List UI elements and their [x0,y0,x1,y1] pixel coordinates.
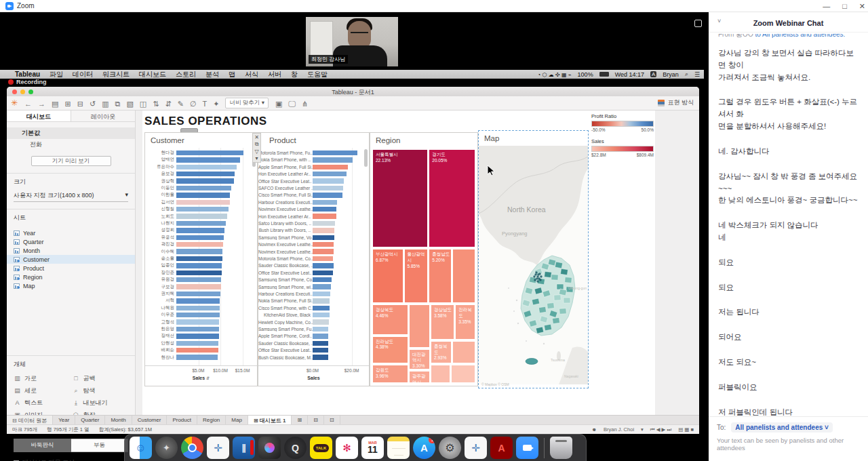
toolbar-icon-mid-2[interactable]: ⇵ [165,100,171,108]
toolbar-icon-left-7[interactable]: ⧉ [115,100,121,108]
bar-row[interactable]: Novimex Executive Leathe.. [258,248,369,256]
tab-map[interactable]: Map [226,416,248,424]
tab-quarter[interactable]: Quarter [75,416,105,424]
toolbar-icon-left-5[interactable]: ↺ [90,100,96,108]
tableau-logo-icon[interactable]: ✳ [11,98,18,108]
sidebar-sheet-region[interactable]: Region [7,273,135,281]
device-phone-row[interactable]: 전화 [7,139,135,151]
tab-customer[interactable]: Customer [132,416,167,424]
object-내보내기[interactable]: ⤓내보내기 [73,397,129,409]
sheet-control-icon-1[interactable]: ⧉ [255,141,259,148]
toolbar-icon-mid-3[interactable]: ✎ [178,100,184,108]
bar[interactable] [313,214,336,219]
bar[interactable] [313,207,336,212]
dock-system-preferences[interactable]: ⚙ [439,437,461,459]
new-sheet-icon-1[interactable]: ⊟ [308,416,324,424]
toolbar-icon-left-3[interactable]: ⊞ [64,100,71,108]
treemap-cell-울산광역시[interactable]: 울산광역시5.85% [404,249,429,303]
treemap-cell[interactable] [451,365,475,383]
bar[interactable] [313,200,337,205]
bar[interactable] [176,178,234,184]
bar[interactable] [313,284,331,289]
treemap-cell-광주광역시[interactable]: 광주광역시3.10% [409,371,430,383]
bar-row[interactable]: 현찬나 [145,354,257,361]
menu-status-icon-3[interactable]: ✣ [555,72,561,78]
bar-row[interactable]: Novimex Executive Leathe.. [258,205,369,213]
bar-row[interactable]: Motorola Smart Phone, Co.. [258,255,369,262]
bar-row[interactable]: Apple Smart Phone, Full Si.. [258,163,369,171]
dock-tableau[interactable]: ✛ [207,437,229,459]
bar[interactable] [176,348,218,353]
bar-row[interactable]: Bush Classic Bookcase, M.. [258,354,369,361]
bar[interactable] [176,319,219,325]
menu-status-icon-2[interactable]: ☁ [549,72,555,78]
tab-month[interactable]: Month [105,416,132,424]
bar-row[interactable]: Bush Library with Doors, .. [258,226,369,234]
bar[interactable] [313,256,333,262]
toolbar-icon-left-8[interactable]: ▧ [126,100,133,108]
show-dashboard-title-checkbox[interactable]: 대시보드 제목 표시 [14,458,128,461]
treemap-cell-부산광역시[interactable]: 부산광역시6.87% [372,249,403,303]
bar-row[interactable]: 신형철 [145,205,257,213]
bar-row[interactable]: 한은영 [145,325,257,333]
dock-quicktime[interactable]: Q [284,437,307,459]
new-sheet-icon-0[interactable]: ⊞ [292,416,308,424]
product-sheet[interactable]: Product Motorola Smart Phone, Fu..Nokia … [258,132,370,386]
toolbar-icon-mid-5[interactable]: T [202,100,207,108]
dock-zoom-app[interactable] [516,437,538,459]
bar-row[interactable]: 양재연 [145,156,257,163]
minimize-button[interactable]: — [823,2,830,10]
tab-data-source[interactable]: ⊟ 데이터 원본 [7,416,53,424]
bar[interactable] [313,151,357,156]
fit-dropdown[interactable]: 너비 맞추기 ▾ [225,98,269,108]
dock-notes[interactable] [387,437,410,459]
bar-row[interactable]: Nokia Smart Phone, with .. [258,156,369,163]
bar-row[interactable]: Cisco Smart Phone, Full Si.. [258,191,369,199]
region-sheet[interactable]: Region 서울특별시22.13%경기도20.05%부산광역시6.87%울산광… [370,132,478,386]
spotlight-icon[interactable]: ⌕ [685,71,688,78]
menu-status-icon-0[interactable]: ◔ [538,72,542,78]
menu-item-7[interactable]: 맵 [229,71,235,78]
bar[interactable] [313,172,347,177]
toolbar-icon-right-0[interactable]: ▣ [275,100,282,108]
size-dropdown[interactable]: 사용자 지정 크기(1400 x 800)▾ [14,190,128,202]
toolbar-icon-left-6[interactable]: ▥ [102,100,108,108]
bar[interactable] [176,341,218,346]
bar[interactable] [313,165,348,170]
dock-trash[interactable] [550,437,572,459]
bar-row[interactable]: 곽진경 [145,241,257,248]
tab-dashboard-1[interactable]: ⊞ 대시보드 1 [248,416,292,424]
bar[interactable] [313,228,334,233]
bar[interactable] [313,270,333,276]
bar[interactable] [176,355,218,360]
status-user[interactable]: Bryan J. Choi [604,426,634,433]
bar[interactable] [313,341,328,346]
bar[interactable] [313,157,353,163]
bar[interactable] [313,327,328,332]
menu-clock[interactable]: Wed 14:17 [615,71,644,78]
bar[interactable] [176,186,231,191]
chat-message-list[interactable]: From 황OO to All panelists and attendees:… [718,34,861,420]
menu-item-5[interactable]: 스토리 [176,71,196,78]
object-공백[interactable]: □공백 [73,372,129,384]
sheet-control-icon-3[interactable]: ▾ [255,155,258,161]
bar[interactable] [313,221,335,226]
bar-row[interactable]: Apple Smart Phone, Cordl.. [258,332,369,340]
tab-dashboard[interactable]: 대시보드 [7,111,71,121]
treemap-cell-서울특별시[interactable]: 서울특별시22.13% [372,149,428,247]
input-source-badge[interactable]: A [650,71,656,77]
menu-item-1[interactable]: 파일 [50,71,63,78]
bar[interactable] [176,313,220,318]
object-세로[interactable]: ▤세로 [14,384,70,397]
bar-row[interactable]: 노희도 [145,213,257,220]
treemap-cell-경상북도[interactable]: 경상북도4.46% [372,304,408,334]
bar[interactable] [313,277,332,283]
bar-row[interactable]: Samsung Smart Phone, Co.. [258,276,369,283]
bar[interactable] [176,221,226,226]
bar-row[interactable]: Office Star Executive Leat.. [258,269,369,277]
bar-row[interactable]: Safco Library with Doors, .. [258,220,369,227]
customer-sheet[interactable]: Customer 현다경양재연류은하수윤보경권상혁이동언이한울김서연신형철노희도… [144,132,258,386]
bar[interactable] [176,284,221,289]
bar-row[interactable]: 고형석 [145,319,257,326]
bar[interactable] [176,298,220,304]
